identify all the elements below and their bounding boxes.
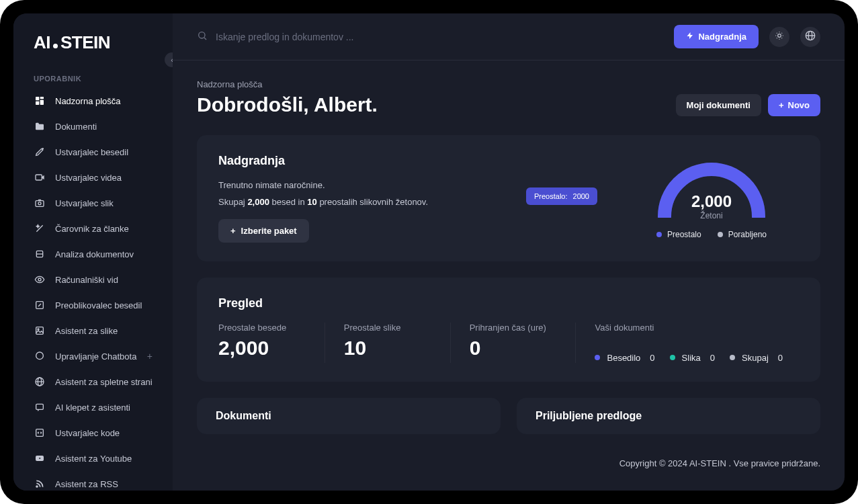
sidebar-item-edit[interactable]: Preoblikovalec besedil	[13, 292, 173, 318]
search-wrap	[197, 30, 663, 44]
sidebar-item-globe[interactable]: Asistent za spletne strani	[13, 369, 173, 394]
svg-line-38	[781, 33, 782, 34]
svg-rect-19	[36, 429, 44, 437]
svg-line-34	[781, 38, 782, 38]
bolt-icon	[686, 32, 694, 42]
sidebar-item-folder[interactable]: Dokumenti	[13, 114, 173, 139]
svg-rect-5	[36, 175, 42, 180]
breadcrumb: Nadzorna plošča	[197, 79, 378, 89]
sidebar-item-dashboard[interactable]: Nadzorna plošča	[13, 88, 173, 114]
msg-icon	[34, 401, 46, 413]
doc-legend-item: Besedilo0	[595, 353, 654, 363]
documents-panel: Dokumenti	[197, 398, 501, 434]
brand-logo[interactable]: AISTEIN	[13, 32, 173, 69]
upgrade-title: Nadgradnja	[218, 154, 499, 168]
svg-point-13	[38, 329, 39, 330]
legend-used: Porabljeno	[718, 230, 767, 239]
svg-point-7	[38, 202, 41, 205]
sidebar-item-youtube[interactable]: Asistent za Youtube	[13, 446, 173, 471]
page-title: Dobrodošli, Albert.	[197, 93, 378, 116]
theme-toggle-button[interactable]	[769, 27, 789, 47]
sidebar: AISTEIN ‹ UPORABNIK Nadzorna ploščaDokum…	[13, 13, 173, 491]
svg-line-37	[777, 38, 777, 38]
language-button[interactable]	[800, 27, 820, 47]
code-icon	[34, 427, 46, 439]
sidebar-item-label: Računalniški vid	[55, 275, 118, 285]
sidebar-item-scan[interactable]: Analiza dokumentov	[13, 241, 173, 267]
image-icon	[34, 325, 46, 337]
choose-plan-button[interactable]: + Izberite paket	[218, 219, 309, 243]
scan-icon	[34, 248, 46, 260]
sidebar-item-label: Asistent za slike	[55, 326, 118, 336]
globe-icon	[34, 376, 46, 388]
sidebar-item-label: Ustvarjalec videa	[55, 173, 122, 183]
sidebar-item-label: Dokumenti	[55, 122, 97, 132]
stat-time-label: Prihranjen čas (ure)	[470, 323, 560, 334]
footer-copyright: Copyright © 2024 AI-STEIN . Vse pravice …	[197, 450, 820, 468]
plus-icon: +	[779, 100, 784, 110]
gauge-value: 2,000	[651, 192, 772, 211]
svg-point-21	[36, 486, 38, 487]
upgrade-button[interactable]: Nadgradnja	[674, 25, 759, 48]
token-gauge: 2,000 Žetoni	[651, 157, 772, 218]
sidebar-item-label: Asistent za RSS	[55, 479, 118, 489]
search-input[interactable]	[216, 32, 663, 42]
topbar: Nadgradnja	[173, 13, 845, 60]
svg-point-4	[42, 149, 43, 149]
sidebar-item-code[interactable]: Ustvarjalec kode	[13, 420, 173, 446]
remaining-tooltip: Preostalo 2000	[526, 187, 597, 205]
doc-legend-item: Slika0	[670, 353, 715, 363]
overview-title: Pregled	[218, 296, 799, 310]
svg-line-29	[204, 38, 206, 40]
svg-rect-18	[36, 404, 44, 409]
sidebar-item-pencil[interactable]: Ustvarjalec besedil	[13, 139, 173, 165]
my-documents-button[interactable]: Moji dokumenti	[676, 94, 761, 116]
svg-rect-12	[36, 327, 44, 335]
stat-words-label: Preostale besede	[218, 323, 308, 334]
sun-icon	[775, 31, 784, 42]
doc-legend-item: Skupaj0	[730, 353, 783, 363]
token-summary: Skupaj 2,000 besed in 10 preostalih slik…	[218, 197, 499, 207]
svg-rect-6	[36, 201, 44, 207]
sidebar-item-video[interactable]: Ustvarjalec videa	[13, 165, 173, 190]
sidebar-item-label: Upravljanje Chatbota	[55, 351, 136, 362]
sidebar-item-label: Preoblikovalec besedil	[55, 300, 142, 310]
sidebar-item-eye[interactable]: Računalniški vid	[13, 267, 173, 292]
pencil-icon	[34, 146, 46, 158]
sidebar-item-label: Asistent za spletne strani	[55, 377, 153, 387]
svg-point-14	[36, 352, 44, 360]
sidebar-item-msg[interactable]: AI klepet z asistenti	[13, 394, 173, 420]
sidebar-item-label: Ustvarjalec slik	[55, 198, 114, 208]
svg-rect-1	[40, 97, 44, 99]
sidebar-item-chat[interactable]: Upravljanje Chatbota+	[13, 343, 173, 369]
edit-icon	[34, 299, 46, 311]
sidebar-item-wand[interactable]: Čarovnik za članke	[13, 216, 173, 241]
sidebar-item-label: Nadzorna plošča	[55, 96, 121, 106]
stat-time-value: 0	[470, 337, 560, 360]
plus-icon: +	[230, 226, 236, 236]
stat-images-value: 10	[344, 337, 434, 360]
video-icon	[34, 171, 46, 183]
svg-rect-3	[36, 101, 39, 105]
globe-icon	[805, 30, 816, 43]
rss-icon	[34, 478, 46, 490]
sidebar-item-label: Asistent za Youtube	[55, 454, 132, 464]
sidebar-item-label: Ustvarjalec besedil	[55, 147, 128, 157]
sidebar-item-rss[interactable]: Asistent za RSS	[13, 471, 173, 491]
sidebar-item-image[interactable]: Asistent za slike	[13, 318, 173, 343]
folder-icon	[34, 120, 46, 132]
sidebar-item-label: Ustvarjalec kode	[55, 428, 120, 438]
dashboard-icon	[34, 95, 46, 107]
chevron-left-icon: ‹	[171, 56, 173, 64]
sidebar-item-camera[interactable]: Ustvarjalec slik	[13, 190, 173, 216]
chat-icon	[34, 350, 46, 362]
stat-images-label: Preostale slike	[344, 323, 434, 334]
new-button[interactable]: + Novo	[768, 94, 820, 116]
svg-line-33	[777, 33, 777, 34]
stat-docs-label: Vaši dokumenti	[595, 323, 783, 334]
subscription-status: Trenutno nimate naročnine.	[218, 180, 499, 190]
svg-rect-0	[36, 97, 39, 100]
youtube-icon	[34, 452, 46, 464]
svg-point-10	[38, 278, 41, 281]
sidebar-item-label: Analiza dokumentov	[55, 249, 134, 259]
